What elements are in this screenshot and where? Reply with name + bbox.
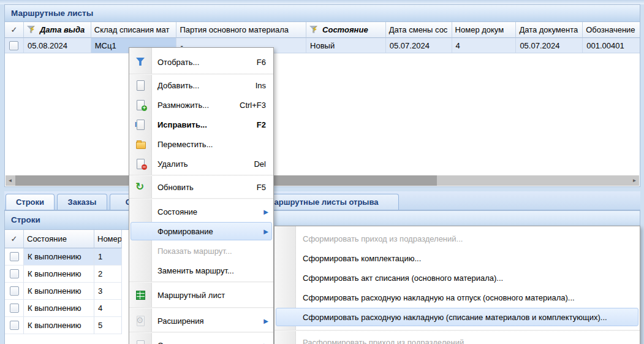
submenu-item-sformirovat-rashodnuyu-otpusk[interactable]: Сформировать расходную накладную на отпу… [275, 288, 640, 307]
menu-separator [129, 281, 273, 283]
duplicate-page-icon: + [135, 99, 147, 110]
column-header-select[interactable]: ✓ [5, 230, 24, 248]
tab-stroki[interactable]: Строки [6, 194, 55, 210]
check-icon: ✓ [11, 25, 18, 34]
cell-number[interactable]: 1 [94, 248, 122, 266]
menu-item-sostoyanie[interactable]: Состояние ▶ [129, 202, 273, 221]
cell-number[interactable]: 3 [94, 283, 122, 300]
scroll-left-arrow-icon[interactable]: ◄ [6, 175, 15, 186]
menu-item-razmnozhit[interactable]: + Размножить... Ctrl+F3 [129, 95, 273, 115]
menu-separator [129, 74, 273, 75]
filter-funnel-lightning-icon: ⚡ [27, 25, 37, 34]
panel-title-route-sheets: Маршрутные листы [5, 5, 640, 22]
gear-icon: ⚙ [135, 315, 147, 326]
menu-item-peremestit[interactable]: Переместить... [129, 134, 273, 154]
column-header-number[interactable]: Номер [94, 230, 122, 248]
cell-state[interactable]: Новый [306, 38, 386, 53]
route-sheets-panel: Маршрутные листы ✓ ⚡ Дата выда Склад спи… [4, 4, 640, 187]
formirovanie-submenu: Сформировать приход из подразделений... … [274, 226, 640, 344]
menu-separator [129, 198, 273, 199]
menu-separator [129, 307, 273, 308]
menu-item-rasshireniya[interactable]: ⚙ Расширения ▶ [129, 311, 273, 331]
horizontal-scrollbar[interactable]: ◄ ► [6, 175, 639, 186]
checkbox[interactable] [10, 269, 19, 278]
window-top-strip [0, 0, 644, 4]
submenu-item-sformirovat-prihod[interactable]: Сформировать приход из подразделений... [275, 229, 640, 248]
check-icon: ✓ [11, 234, 18, 243]
cell-state[interactable]: К выполнению [24, 317, 94, 334]
cell-number[interactable]: 5 [94, 317, 122, 334]
column-header-doc-date[interactable]: Дата документа [516, 22, 583, 38]
cell-doc-date[interactable]: 05.07.2024 [516, 38, 583, 53]
filter-funnel-lightning-icon: ⚡ [309, 25, 320, 34]
menu-item-obnovit[interactable]: ↻ Обновить F5 [129, 177, 273, 197]
column-header-state[interactable]: ⚡ Состояние [306, 22, 386, 38]
submenu-arrow-icon: ▶ [263, 318, 268, 324]
row-select-cell[interactable] [5, 248, 24, 266]
cell-number[interactable]: 4 [94, 300, 122, 317]
move-folder-icon [135, 139, 147, 150]
column-header-designation[interactable]: Обозначение [583, 22, 640, 38]
submenu-item-rasformirovat-prihod[interactable]: Расформировать приход из подразделений..… [275, 332, 640, 344]
delete-page-icon: − [135, 158, 147, 169]
menu-item-pokazat-marshrut[interactable]: Показать маршрут... [129, 241, 273, 261]
column-header-state-change-date[interactable]: Дата смены сос [386, 22, 452, 38]
menu-item-otobrat[interactable]: Отобрать... F6 [129, 52, 273, 72]
checkbox[interactable] [10, 321, 19, 330]
refresh-icon: ↻ [135, 182, 147, 193]
checkbox[interactable] [10, 304, 19, 313]
cell-issue-date[interactable]: 05.08.2024 [24, 38, 91, 53]
row-select-cell[interactable] [5, 300, 24, 317]
menu-item-zamenit-marshrut[interactable]: Заменить маршрут... [129, 261, 273, 280]
row-select-cell[interactable] [5, 283, 24, 300]
cell-state[interactable]: К выполнению [24, 283, 94, 300]
menu-item-marshrutnyi-list[interactable]: Маршрутный лист [129, 285, 273, 305]
cell-doc-number[interactable]: 4 [452, 38, 517, 53]
row-select-cell[interactable] [5, 266, 24, 283]
scroll-right-arrow-icon[interactable]: ► [630, 175, 639, 186]
row-select-cell[interactable] [5, 317, 24, 334]
cell-number[interactable]: 2 [94, 266, 122, 283]
edit-page-icon: I [135, 119, 147, 130]
menu-item-dobavit[interactable]: Добавить... Ins [129, 75, 273, 95]
new-page-icon [135, 80, 147, 91]
menu-item-ispravit[interactable]: I Исправить... F2 [129, 115, 273, 134]
tab-zakazy[interactable]: Заказы [57, 194, 107, 210]
bottom-tab-bar: Строки Заказы Сер Маршрутные листы отрыв… [4, 191, 640, 210]
submenu-arrow-icon: ▶ [263, 208, 268, 215]
menu-separator [129, 332, 273, 333]
checkbox[interactable] [9, 41, 18, 50]
column-header-state[interactable]: Состояние [24, 230, 94, 248]
submenu-item-sformirovat-komplektaciyu[interactable]: Сформировать комплектацию... [275, 248, 640, 268]
link-page-icon [135, 340, 147, 344]
table-row[interactable]: 05.08.2024 МСц1 - Новый 05.07.2024 4 05.… [5, 38, 640, 53]
spreadsheet-icon [135, 289, 147, 300]
filter-icon [135, 56, 147, 67]
cell-state[interactable]: К выполнению [24, 266, 94, 283]
submenu-item-sformirovat-rashodnuyu-spisanie[interactable]: Сформировать расходную накладную (списан… [275, 307, 640, 327]
cell-state-change-date[interactable]: 05.07.2024 [386, 38, 452, 53]
checkbox[interactable] [10, 286, 19, 296]
menu-separator [275, 330, 640, 331]
grid-header-row: ✓ ⚡ Дата выда Склад списания мат Партия … [5, 22, 640, 38]
cell-state[interactable]: К выполнению [24, 248, 94, 266]
submenu-arrow-icon: ▶ [263, 228, 268, 235]
context-menu: Отобрать... F6 Добавить... Ins + Размнож… [129, 47, 274, 344]
app-window: { "colors": { "accent_focused_cell": "#b… [0, 0, 644, 344]
column-header-select[interactable]: ✓ [5, 22, 24, 38]
row-select-cell[interactable] [5, 38, 24, 53]
menu-item-udalit[interactable]: − Удалить Del [129, 154, 273, 174]
column-header-warehouse[interactable]: Склад списания мат [91, 22, 177, 38]
cell-state[interactable]: К выполнению [24, 300, 94, 317]
menu-item-formirovanie[interactable]: Формирование ▶ [129, 221, 273, 241]
submenu-arrow-icon: ▶ [263, 342, 268, 344]
column-header-material-batch[interactable]: Партия основного материала [176, 22, 306, 38]
checkbox[interactable] [10, 252, 19, 261]
menu-separator [129, 175, 273, 176]
menu-item-svyazi[interactable]: Связи ▶ [129, 335, 273, 344]
column-header-issue-date[interactable]: ⚡ Дата выда [24, 22, 91, 38]
cell-designation[interactable]: 001.00401 [583, 38, 640, 53]
submenu-item-sformirovat-akt-spisaniya[interactable]: Сформировать акт списания (основного мат… [275, 268, 640, 288]
column-header-doc-number[interactable]: Номер докум [452, 22, 517, 38]
